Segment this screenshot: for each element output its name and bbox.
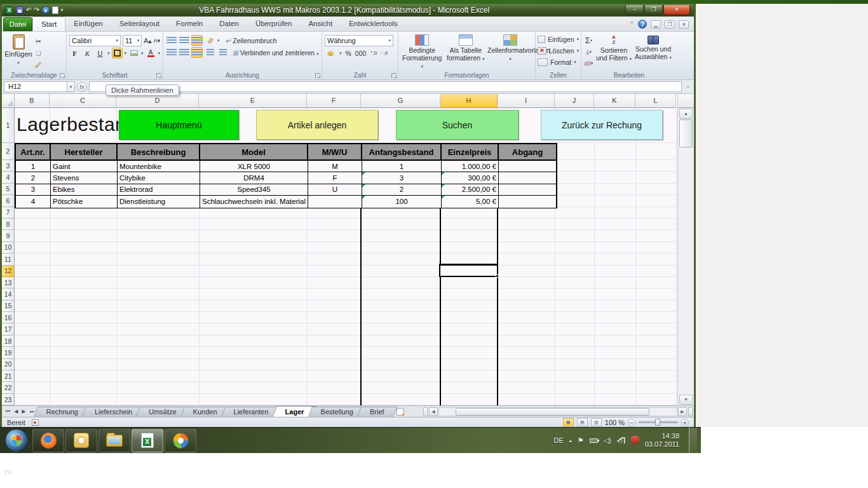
formula-bar-expand-icon[interactable]: ⌄ [684, 81, 692, 92]
cut-icon[interactable]: ✂ [33, 36, 44, 47]
clock-icon[interactable]: ● [42, 6, 50, 14]
row-header[interactable]: 18 [2, 336, 15, 347]
table-header-cell[interactable]: Beschreibung [118, 144, 200, 159]
table-cell[interactable]: Mountenbike [118, 161, 200, 172]
grid-row[interactable] [15, 359, 676, 370]
table-header-cell[interactable]: Art.nr. [16, 144, 51, 159]
find-select-button[interactable]: Suchen und Auswählen ▾ [634, 34, 673, 71]
clipboard-dialog-launcher[interactable] [60, 73, 65, 78]
table-cell[interactable]: Citybike [118, 172, 200, 183]
macro-button[interactable]: Hauptmenü [119, 110, 239, 140]
sheet-tab[interactable]: Lager [277, 406, 313, 417]
table-cell[interactable]: 4 [16, 196, 51, 207]
table-cell[interactable]: 300,00 € [442, 172, 499, 183]
grid-row[interactable] [15, 323, 676, 335]
row-header[interactable]: 8 [2, 219, 15, 230]
table-cell[interactable]: 2 [362, 184, 442, 195]
row-header[interactable]: 10 [2, 242, 15, 254]
taskbar-firefox-button[interactable] [32, 429, 64, 452]
vertical-scrollbar[interactable]: ▲ ▼ [677, 94, 694, 405]
table-cell[interactable]: Ebikes [51, 184, 118, 195]
sheet-tab[interactable]: Kunden [185, 406, 226, 417]
name-box-dropdown-icon[interactable]: ▾ [67, 81, 75, 92]
network-signal-icon[interactable] [617, 437, 625, 444]
tab-split-handle[interactable] [423, 407, 428, 416]
ribbon-tab[interactable]: Einfügen [65, 17, 111, 31]
tray-expand-icon[interactable]: ▴ [569, 438, 572, 444]
grid-row[interactable] [15, 336, 676, 347]
close-button[interactable]: ✕ [663, 5, 690, 15]
redo-icon[interactable]: ↷ [34, 6, 39, 15]
column-header[interactable]: E [199, 94, 307, 108]
start-button[interactable] [5, 429, 28, 452]
table-header-cell[interactable]: Hersteller [51, 144, 118, 159]
taskbar-excel-button[interactable] [132, 429, 163, 452]
grid-row[interactable] [15, 230, 676, 241]
grid-row[interactable] [15, 207, 676, 219]
taskbar-explorer-button[interactable] [98, 429, 130, 452]
table-cell[interactable] [308, 196, 362, 207]
grid-row[interactable] [15, 254, 676, 265]
scrollbar-resize-handle[interactable] [688, 407, 693, 416]
number-format-select[interactable]: Währung▾ [325, 35, 393, 46]
row-header[interactable]: 15 [2, 301, 15, 312]
taskbar-outlook-button[interactable] [65, 429, 97, 452]
table-cell[interactable]: XLR 5000 [200, 161, 308, 172]
table-header-cell[interactable]: Anfangsbestand [362, 144, 442, 159]
column-header[interactable]: J [555, 94, 594, 108]
macro-button[interactable]: Suchen [396, 110, 519, 140]
ribbon-tab[interactable]: Start [32, 17, 65, 31]
comma-style-icon[interactable]: 000 [355, 50, 367, 57]
insert-function-icon[interactable]: fx [77, 82, 87, 92]
table-cell[interactable]: Gaint [51, 161, 118, 172]
grid-row[interactable] [15, 312, 676, 323]
grid-row[interactable] [15, 394, 676, 405]
row-header[interactable]: 5 [2, 184, 15, 195]
row-header[interactable]: 13 [2, 277, 15, 288]
row-header[interactable]: 22 [2, 382, 15, 393]
decrease-decimal-icon[interactable]: ⁻,0 [381, 50, 388, 56]
zoom-in-icon[interactable]: + [681, 419, 689, 426]
battery-icon[interactable] [590, 438, 598, 443]
table-cell[interactable]: 1 [16, 161, 51, 172]
horizontal-scroll-thumb[interactable] [456, 408, 649, 416]
table-cell[interactable]: 2.500,00 € [442, 184, 499, 195]
zoom-out-icon[interactable]: − [628, 419, 635, 426]
row-header[interactable]: 19 [2, 347, 15, 358]
scroll-down-icon[interactable]: ▼ [679, 395, 693, 405]
ribbon-tab[interactable]: Entwicklertools [341, 17, 406, 31]
macro-button[interactable]: Zurück zur Rechung [541, 110, 663, 140]
grid-row[interactable] [15, 301, 676, 312]
wrap-text-button[interactable]: ↵ Zeilenumbruch [226, 37, 277, 44]
name-box[interactable]: H12 [4, 81, 67, 92]
workbook-close-button[interactable]: ✕ [679, 20, 689, 29]
table-cell[interactable]: F [308, 172, 362, 183]
merge-center-button[interactable]: ⊞ Verbinden und zentrieren ▾ [233, 49, 319, 57]
insert-worksheet-tab[interactable] [393, 406, 408, 417]
table-cell[interactable]: 3 [16, 184, 51, 195]
column-header[interactable]: F [307, 94, 361, 108]
grow-font-icon[interactable]: A▴ [144, 37, 151, 44]
page-layout-view-icon[interactable]: ▤ [577, 418, 588, 426]
table-header-cell[interactable]: Einzelpreis [442, 144, 499, 159]
row-header[interactable]: 12 [2, 266, 15, 277]
ribbon-tab[interactable]: Ansicht [300, 17, 341, 31]
grid-row[interactable] [15, 370, 676, 382]
column-header[interactable]: K [594, 94, 635, 108]
column-header[interactable]: H [440, 94, 498, 108]
show-desktop-button[interactable] [689, 428, 697, 454]
clock[interactable]: 14:38 03.07.2011 [645, 432, 679, 449]
row-header[interactable]: 2 [2, 143, 15, 160]
column-header[interactable]: L [635, 94, 676, 108]
workbook-minimize-button[interactable]: ▁ [651, 20, 661, 29]
ribbon-tab[interactable]: Seitenlayout [111, 17, 168, 31]
language-indicator[interactable]: DE [553, 437, 563, 444]
collapse-ribbon-icon[interactable]: ⌃ [629, 21, 634, 27]
first-sheet-icon[interactable]: ⏮ [4, 409, 11, 415]
row-header[interactable]: 9 [2, 230, 15, 241]
cell-styles-button[interactable]: Zellenformatvorlagen ▾ [487, 34, 533, 71]
fill-handle[interactable] [496, 274, 499, 278]
table-cell[interactable]: 2 [16, 172, 51, 183]
undo-icon[interactable]: ↶ [26, 6, 31, 15]
speaker-icon[interactable]: ◁) [604, 437, 611, 445]
